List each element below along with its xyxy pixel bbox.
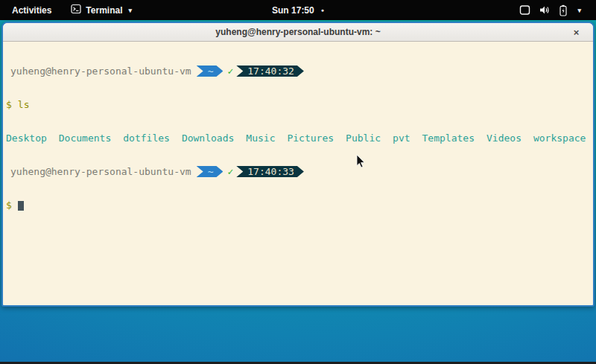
ls-item: Music [246, 132, 275, 144]
ls-item: Videos [486, 132, 522, 144]
prompt-symbol: $ [6, 99, 12, 110]
ls-item: dotfiles [123, 132, 170, 144]
ls-item: Pictures [287, 132, 334, 144]
terminal-body[interactable]: yuheng@henry-personal-ubuntu-vm~✓17:40:3… [3, 42, 593, 304]
app-menu-button[interactable]: Terminal ▾ [66, 1, 136, 19]
ls-item: Templates [422, 132, 475, 144]
system-menu-button[interactable]: ▾ [515, 1, 586, 19]
prompt-line-1: yuheng@henry-personal-ubuntu-vm~✓17:40:3… [6, 66, 593, 77]
battery-charging-icon [559, 4, 568, 16]
prompt-line-2: yuheng@henry-personal-ubuntu-vm~✓17:40:3… [6, 166, 593, 177]
terminal-window: yuheng@henry-personal-ubuntu-vm: ~ × yuh… [1, 22, 595, 307]
window-titlebar[interactable]: yuheng@henry-personal-ubuntu-vm: ~ × [3, 23, 593, 42]
mouse-cursor [356, 155, 365, 168]
volume-icon [539, 4, 551, 16]
powerline-time-segment: 17:40:33 [236, 166, 304, 177]
powerline-path-segment: ~ [197, 66, 224, 77]
ls-item: Documents [59, 132, 111, 144]
app-menu-label: Terminal [86, 5, 122, 16]
check-icon: ✓ [227, 66, 233, 77]
activities-button[interactable]: Activities [7, 2, 56, 19]
notification-dot-icon: ● [321, 7, 324, 13]
clock-button[interactable]: Sun 17:50 ● [267, 2, 329, 19]
desktop: Activities Terminal ▾ Sun 17:50 ● [0, 0, 596, 364]
command-line: $ls [6, 99, 593, 110]
command-text: ls [18, 99, 30, 110]
active-prompt-line: $ [6, 199, 593, 211]
text-cursor [18, 201, 24, 211]
chevron-down-icon: ▾ [577, 7, 581, 14]
display-icon [519, 4, 530, 16]
top-bar: Activities Terminal ▾ Sun 17:50 ● [0, 0, 596, 20]
activities-label: Activities [12, 5, 51, 16]
terminal-app-icon [71, 4, 81, 16]
ls-item: pvt [393, 132, 410, 144]
ls-item: Desktop [6, 132, 47, 144]
ls-item: workspace [533, 132, 586, 144]
ls-item: Downloads [182, 132, 234, 144]
window-title: yuheng@henry-personal-ubuntu-vm: ~ [215, 27, 380, 37]
powerline-path-segment: ~ [197, 166, 224, 177]
check-icon: ✓ [227, 166, 233, 177]
prompt-symbol: $ [6, 199, 12, 211]
ls-output-line: DesktopDocumentsdotfilesDownloadsMusicPi… [6, 132, 593, 144]
ls-item: Public [346, 132, 381, 144]
clock-label: Sun 17:50 [272, 5, 314, 16]
prompt-host: yuheng@henry-personal-ubuntu-vm [10, 166, 191, 177]
close-button[interactable]: × [570, 26, 583, 39]
chevron-down-icon: ▾ [128, 7, 132, 14]
powerline-time-segment: 17:40:32 [236, 66, 304, 77]
prompt-host: yuheng@henry-personal-ubuntu-vm [10, 66, 191, 77]
